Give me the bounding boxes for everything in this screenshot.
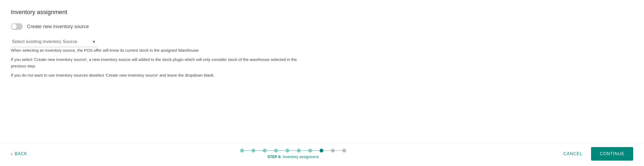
- stepper-area: STEP 6: Inventory assignment: [240, 149, 346, 159]
- step-dot-6: [297, 149, 301, 152]
- step-line-6: [301, 150, 308, 151]
- step-dot-5: [286, 149, 289, 152]
- step-line-7: [312, 150, 320, 151]
- step-dot-1: [240, 149, 244, 152]
- info-line-1: When selecting an inventory source, the …: [11, 47, 308, 54]
- toggle-row: Create new inventory source: [11, 23, 633, 30]
- right-buttons: CANCEL CONTINUE: [559, 147, 633, 161]
- footer: ‹ BACK: [0, 143, 644, 166]
- step-dot-10: [342, 149, 346, 152]
- inventory-source-dropdown[interactable]: Select existing inventory Source: [11, 36, 97, 47]
- step-line-3: [267, 150, 274, 151]
- step-line-5: [289, 150, 297, 151]
- stepper-dots: [240, 149, 346, 152]
- inventory-source-dropdown-wrapper: Select existing inventory Source ▾: [11, 36, 97, 47]
- page-title: Inventory assignment: [11, 9, 633, 16]
- step-dot-9: [331, 149, 335, 152]
- step-dot-7: [308, 149, 312, 152]
- step-number: STEP 6:: [267, 155, 282, 159]
- continue-button[interactable]: CONTINUE: [591, 147, 633, 161]
- step-dot-2: [251, 149, 255, 152]
- toggle-label: Create new inventory source: [27, 24, 89, 30]
- info-texts: When selecting an inventory source, the …: [11, 47, 633, 79]
- create-new-toggle[interactable]: [11, 23, 23, 30]
- back-label: BACK: [15, 151, 27, 156]
- chevron-left-icon: ‹: [11, 151, 13, 157]
- cancel-button[interactable]: CANCEL: [559, 148, 587, 160]
- info-line-2: If you select 'Create new inventory sour…: [11, 56, 308, 69]
- step-dot-3: [263, 149, 267, 152]
- step-label: STEP 6: Inventory assignment: [267, 155, 319, 159]
- step-dot-8: [320, 149, 323, 152]
- step-line-9: [335, 150, 342, 151]
- toggle-track: [11, 23, 23, 30]
- toggle-thumb: [11, 24, 17, 29]
- main-content: Inventory assignment Create new inventor…: [0, 0, 644, 143]
- info-line-3: If you do not want to use inventory sour…: [11, 72, 308, 79]
- step-dot-4: [274, 149, 278, 152]
- step-line-8: [323, 150, 331, 151]
- step-name: Inventory assignment: [282, 155, 319, 159]
- step-line-2: [255, 150, 263, 151]
- step-line-1: [244, 150, 251, 151]
- step-line-4: [278, 150, 286, 151]
- back-button[interactable]: ‹ BACK: [11, 151, 27, 157]
